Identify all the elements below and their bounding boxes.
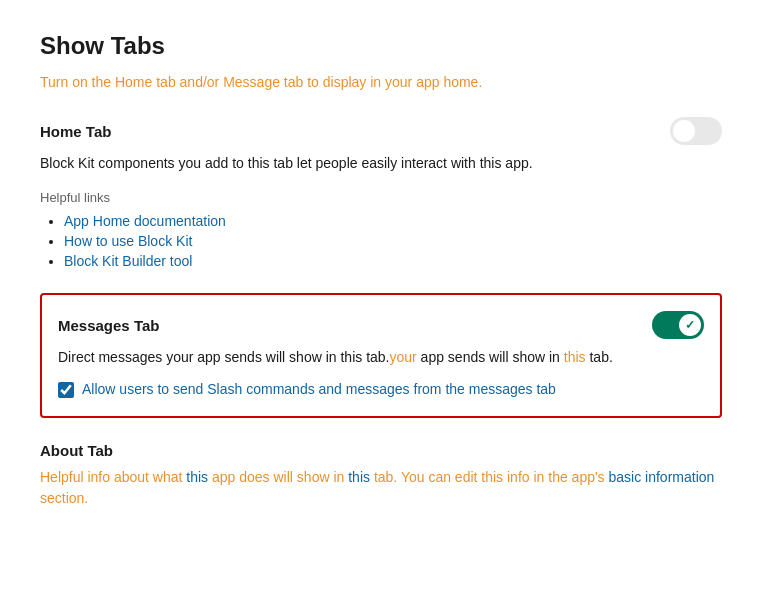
list-item: Block Kit Builder tool [64,253,722,269]
messages-tab-toggle-thumb [679,314,701,336]
basic-information-link[interactable]: basic information [609,469,715,485]
home-tab-toggle-track [670,117,722,145]
about-tab-section: About Tab Helpful info about what this a… [40,442,722,509]
helpful-links: Helpful links App Home documentation How… [40,190,722,269]
about-tab-header: About Tab [40,442,722,459]
messages-tab-title: Messages Tab [58,317,159,334]
messages-tab-this-link[interactable]: this [564,349,586,365]
app-home-docs-link[interactable]: App Home documentation [64,213,226,229]
about-tab-title: About Tab [40,442,113,459]
messages-tab-toggle[interactable] [652,311,704,339]
about-tab-description: Helpful info about what this app does wi… [40,467,722,509]
block-kit-builder-link[interactable]: Block Kit Builder tool [64,253,192,269]
home-tab-toggle-thumb [673,120,695,142]
messages-tab-header: Messages Tab [58,311,704,339]
helpful-links-label: Helpful links [40,190,722,205]
messages-tab-your-link[interactable]: your [389,349,416,365]
home-tab-section: Home Tab Block Kit components you add to… [40,117,722,269]
list-item: App Home documentation [64,213,722,229]
slash-commands-label: Allow users to send Slash commands and m… [82,380,556,400]
about-tab-this-link[interactable]: this [186,469,208,485]
slash-commands-checkbox[interactable] [58,382,74,398]
slash-commands-checkbox-label[interactable]: Allow users to send Slash commands and m… [58,380,556,400]
messages-tab-toggle-track [652,311,704,339]
about-tab-this2-link[interactable]: this [348,469,370,485]
messages-tab-description: Direct messages your app sends will show… [58,347,704,368]
helpful-links-list: App Home documentation How to use Block … [40,213,722,269]
home-tab-title: Home Tab [40,123,111,140]
list-item: How to use Block Kit [64,233,722,249]
messages-tab-checkbox-row: Allow users to send Slash commands and m… [58,380,704,400]
home-tab-toggle[interactable] [670,117,722,145]
home-tab-header: Home Tab [40,117,722,145]
how-to-use-block-kit-link[interactable]: How to use Block Kit [64,233,192,249]
page-subtitle: Turn on the Home tab and/or Message tab … [40,72,722,93]
home-tab-description: Block Kit components you add to this tab… [40,153,722,174]
messages-tab-section: Messages Tab Direct messages your app se… [40,293,722,418]
page-title: Show Tabs [40,32,722,60]
